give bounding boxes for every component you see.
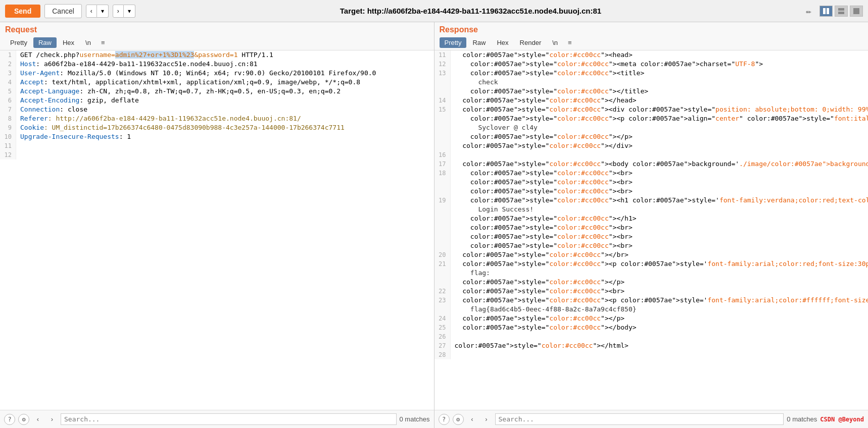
table-row: 23 color:#0057ae">style="color:#cc00cc">… bbox=[435, 296, 869, 305]
line-content: color:#0057ae">style="color:#cc00cc"><ti… bbox=[451, 69, 869, 78]
line-number: 11 bbox=[0, 141, 16, 150]
line-number: 15 bbox=[435, 105, 451, 114]
edit-icon[interactable]: ✏ bbox=[806, 6, 811, 16]
line-content: color:#0057ae">style="color:#cc00cc"></p… bbox=[451, 132, 869, 141]
tab-response-raw[interactable]: Raw bbox=[467, 37, 491, 48]
line-number: 5 bbox=[0, 87, 16, 96]
svg-rect-4 bbox=[853, 8, 859, 14]
line-number bbox=[435, 305, 451, 314]
line-number: 12 bbox=[435, 60, 451, 69]
line-number: 18 bbox=[435, 169, 451, 178]
csdn-label: CSDN @Beyond bbox=[820, 416, 864, 423]
table-row: 11 bbox=[0, 141, 434, 150]
table-row: color:#0057ae">style="color:#cc00cc"><br… bbox=[435, 223, 869, 232]
line-number: 27 bbox=[435, 341, 451, 350]
tab-response-menu[interactable]: ≡ bbox=[564, 37, 576, 48]
line-number bbox=[435, 78, 451, 87]
response-panel: Response Pretty Raw Hex Render \n ≡ 11 c… bbox=[435, 22, 869, 428]
line-content bbox=[16, 150, 434, 159]
table-row: 6Accept-Encoding: gzip, deflate bbox=[0, 96, 434, 105]
line-content: flag: bbox=[451, 269, 869, 278]
nav-next-group: › ▾ bbox=[113, 5, 135, 18]
line-content: color:#0057ae">style="color:#cc00cc"><p … bbox=[451, 259, 869, 269]
svg-rect-3 bbox=[838, 12, 844, 14]
line-content: color:#0057ae">style="color:#cc00cc"></h… bbox=[451, 214, 869, 223]
line-content: Connection: close bbox=[16, 105, 434, 114]
line-number: 25 bbox=[435, 323, 451, 332]
line-number bbox=[435, 278, 451, 287]
response-header: Response Pretty Raw Hex Render \n ≡ bbox=[435, 22, 869, 50]
table-row: 28 bbox=[435, 350, 869, 359]
cancel-button[interactable]: Cancel bbox=[44, 4, 82, 18]
tab-request-hex[interactable]: Hex bbox=[58, 37, 79, 48]
tab-response-newline[interactable]: \n bbox=[547, 37, 563, 48]
send-button[interactable]: Send bbox=[5, 5, 40, 18]
line-number: 10 bbox=[0, 132, 16, 141]
table-row: Syclover @ cl4y bbox=[435, 123, 869, 132]
response-tab-bar: Pretty Raw Hex Render \n ≡ bbox=[440, 37, 863, 48]
line-number: 8 bbox=[0, 114, 16, 123]
table-row: 21 color:#0057ae">style="color:#cc00cc">… bbox=[435, 259, 869, 269]
line-number bbox=[435, 223, 451, 232]
line-number bbox=[435, 269, 451, 278]
table-row: flag: bbox=[435, 269, 869, 278]
line-number bbox=[435, 178, 451, 187]
target-label: Target: http://a606f2ba-e184-4429-ba11-1… bbox=[139, 7, 802, 15]
line-content: color:#0057ae">style="color:#cc00cc"></b… bbox=[451, 323, 869, 332]
line-content: color:#0057ae">style="color:#cc00cc"><br… bbox=[451, 287, 869, 296]
tab-request-menu[interactable]: ≡ bbox=[97, 37, 109, 48]
table-row: 7Connection: close bbox=[0, 105, 434, 114]
nav-back-dropdown-button[interactable]: ▾ bbox=[97, 5, 109, 18]
line-content: color:#0057ae">style="color:#cc00cc"><di… bbox=[451, 105, 869, 114]
nav-forward-dropdown-button[interactable]: ▾ bbox=[124, 5, 135, 18]
line-number: 2 bbox=[0, 60, 16, 69]
tab-response-render[interactable]: Render bbox=[515, 37, 547, 48]
nav-back-button[interactable]: ‹ bbox=[86, 5, 97, 18]
table-row: 18 color:#0057ae">style="color:#cc00cc">… bbox=[435, 169, 869, 178]
line-number: 7 bbox=[0, 105, 16, 114]
split-view-button[interactable] bbox=[819, 6, 833, 17]
request-search-back-button[interactable]: ‹ bbox=[32, 414, 43, 425]
request-header: Request Pretty Raw Hex \n ≡ bbox=[0, 22, 434, 50]
response-help-button[interactable]: ? bbox=[439, 414, 450, 425]
response-bottom-bar: ? ⚙ ‹ › 0 matches CSDN @Beyond bbox=[435, 410, 869, 428]
nav-forward-button[interactable]: › bbox=[113, 5, 124, 18]
tab-response-pretty[interactable]: Pretty bbox=[440, 37, 467, 48]
response-settings-button[interactable]: ⚙ bbox=[453, 414, 464, 425]
request-search-input[interactable] bbox=[61, 413, 397, 425]
line-number: 22 bbox=[435, 287, 451, 296]
line-content: color:#0057ae">style="color:#cc00cc"><h1… bbox=[451, 196, 869, 205]
request-search-forward-button[interactable]: › bbox=[46, 414, 58, 425]
response-title: Response bbox=[440, 25, 863, 34]
table-row: 4Accept: text/html, application/xhtml+xm… bbox=[0, 78, 434, 87]
nav-prev-group: ‹ ▾ bbox=[86, 5, 109, 18]
tab-response-hex[interactable]: Hex bbox=[492, 37, 513, 48]
tab-request-raw[interactable]: Raw bbox=[33, 37, 57, 48]
table-row: color:#0057ae">style="color:#cc00cc"></h… bbox=[435, 214, 869, 223]
request-help-button[interactable]: ? bbox=[4, 414, 15, 425]
request-code-area[interactable]: 1GET /check.php?username=admin%27+or+1%3… bbox=[0, 50, 434, 410]
line-content: Upgrade-Insecure-Requests: 1 bbox=[16, 132, 434, 141]
line-content: color:#0057ae">style="color:#cc00cc"><br… bbox=[451, 169, 869, 178]
table-row: 26 bbox=[435, 332, 869, 341]
request-settings-button[interactable]: ⚙ bbox=[18, 414, 29, 425]
tab-request-pretty[interactable]: Pretty bbox=[5, 37, 32, 48]
response-search-back-button[interactable]: ‹ bbox=[467, 414, 478, 425]
response-search-input[interactable] bbox=[495, 413, 784, 425]
request-title: Request bbox=[5, 25, 429, 34]
table-row: 5Accept-Language: zh-CN, zh;q=0.8, zh-TW… bbox=[0, 87, 434, 96]
response-matches-label: 0 matches bbox=[787, 415, 817, 423]
line-content: color:#0057ae">style="color:#cc00cc"></t… bbox=[451, 87, 869, 96]
line-content: color:#0057ae">style="color:#cc00cc"></d… bbox=[451, 141, 869, 150]
horizontal-view-button[interactable] bbox=[835, 6, 848, 17]
line-number: 1 bbox=[0, 50, 16, 60]
table-row: color:#0057ae">style="color:#cc00cc"></p… bbox=[435, 278, 869, 287]
svg-rect-2 bbox=[838, 8, 844, 11]
response-search-forward-button[interactable]: › bbox=[481, 414, 492, 425]
single-view-button[interactable] bbox=[850, 6, 863, 17]
line-content: color:#0057ae">style="color:#cc00cc"><br… bbox=[451, 232, 869, 241]
tab-request-newline[interactable]: \n bbox=[80, 37, 96, 48]
line-number bbox=[435, 114, 451, 123]
response-code-area[interactable]: 11 color:#0057ae">style="color:#cc00cc">… bbox=[435, 50, 869, 410]
table-row: 17 color:#0057ae">style="color:#cc00cc">… bbox=[435, 159, 869, 169]
